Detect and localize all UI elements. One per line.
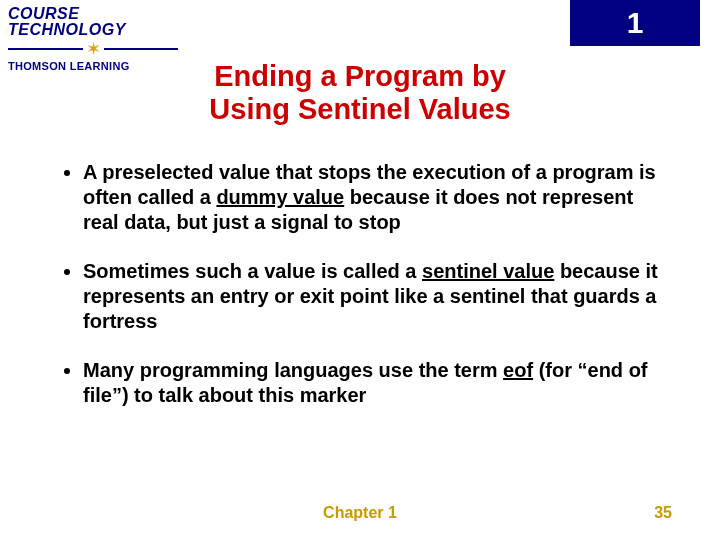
logo-line-course: COURSE xyxy=(8,6,178,22)
b3-underline: eof xyxy=(503,359,533,381)
badge-number: 1 xyxy=(627,6,644,39)
bullet-dummy-value: A preselected value that stops the execu… xyxy=(83,160,665,235)
logo-line-technology: TECHNOLOGY xyxy=(8,22,178,38)
b3-text-a: Many programming languages use the term xyxy=(83,359,503,381)
b1-underline: dummy value xyxy=(216,186,344,208)
star-icon: ✶ xyxy=(86,40,101,58)
footer-chapter: Chapter 1 xyxy=(0,504,720,522)
bullet-eof: Many programming languages use the term … xyxy=(83,358,665,408)
title-line1: Ending a Program by xyxy=(214,60,506,92)
logo-star-row: ✶ xyxy=(8,40,178,58)
b2-underline: sentinel value xyxy=(422,260,554,282)
logo-divider-left xyxy=(8,48,83,50)
b2-text-a: Sometimes such a value is called a xyxy=(83,260,422,282)
slide-number-badge: 1 xyxy=(570,0,700,46)
logo-divider-right xyxy=(104,48,179,50)
bullet-sentinel-value: Sometimes such a value is called a senti… xyxy=(83,259,665,334)
bullet-list: A preselected value that stops the execu… xyxy=(55,160,665,432)
title-line2: Using Sentinel Values xyxy=(209,93,510,125)
footer-page-number: 35 xyxy=(654,504,672,522)
slide-title: Ending a Program by Using Sentinel Value… xyxy=(0,60,720,127)
